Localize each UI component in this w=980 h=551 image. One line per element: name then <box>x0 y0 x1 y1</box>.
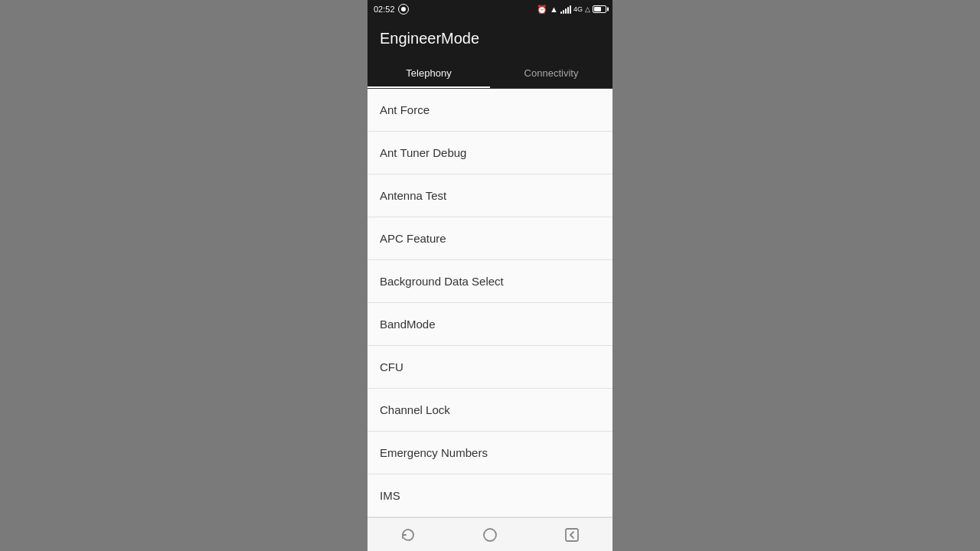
record-icon <box>398 4 409 15</box>
app-bar: EngineerMode <box>368 18 612 58</box>
list-item-bandmode[interactable]: BandMode <box>368 303 612 346</box>
tabs-bar: Telephony Connectivity <box>368 58 612 89</box>
tab-telephony[interactable]: Telephony <box>368 58 490 88</box>
list-item-channel-lock[interactable]: Channel Lock <box>368 389 612 432</box>
svg-point-0 <box>484 529 496 541</box>
home-icon <box>482 527 498 543</box>
nav-home-button[interactable] <box>476 521 504 549</box>
tab-connectivity[interactable]: Connectivity <box>490 58 612 88</box>
signal-bars <box>560 5 571 14</box>
signal-bar-4 <box>567 7 569 14</box>
extra-icon: △ <box>585 5 590 13</box>
status-bar-left: 02:52 <box>374 4 409 15</box>
svg-rect-1 <box>566 529 578 541</box>
signal-type-icon: 4G <box>573 5 583 13</box>
signal-bar-2 <box>563 10 564 14</box>
list-item-ims[interactable]: IMS <box>368 474 612 517</box>
list-item-emergency-numbers[interactable]: Emergency Numbers <box>368 432 612 474</box>
wifi-icon: ▲ <box>550 5 558 14</box>
status-time: 02:52 <box>374 5 395 14</box>
back-icon <box>564 527 580 543</box>
nav-back-button[interactable] <box>558 521 586 549</box>
status-bar: 02:52 ⏰ ▲ 4G △ <box>368 0 612 18</box>
list-item-ant-force[interactable]: Ant Force <box>368 89 612 132</box>
battery-fill <box>594 7 601 11</box>
signal-bar-3 <box>565 8 567 14</box>
status-bar-right: ⏰ ▲ 4G △ <box>537 5 606 15</box>
list-container: Ant Force Ant Tuner Debug Antenna Test A… <box>368 89 612 517</box>
signal-bar-1 <box>560 11 562 14</box>
phone-container: 02:52 ⏰ ▲ 4G △ Engineer <box>368 0 612 551</box>
list-item-ant-tuner-debug[interactable]: Ant Tuner Debug <box>368 132 612 174</box>
alarm-icon: ⏰ <box>537 5 547 15</box>
list-item-antenna-test[interactable]: Antenna Test <box>368 174 612 217</box>
refresh-icon <box>400 527 416 543</box>
battery-icon <box>593 5 606 13</box>
nav-refresh-button[interactable] <box>394 521 422 549</box>
list-item-cfu[interactable]: CFU <box>368 346 612 389</box>
app-bar-title: EngineerMode <box>380 30 479 47</box>
list-item-apc-feature[interactable]: APC Feature <box>368 217 612 260</box>
list-item-background-data-select[interactable]: Background Data Select <box>368 260 612 303</box>
bottom-nav <box>368 517 612 551</box>
signal-bar-5 <box>570 5 571 14</box>
